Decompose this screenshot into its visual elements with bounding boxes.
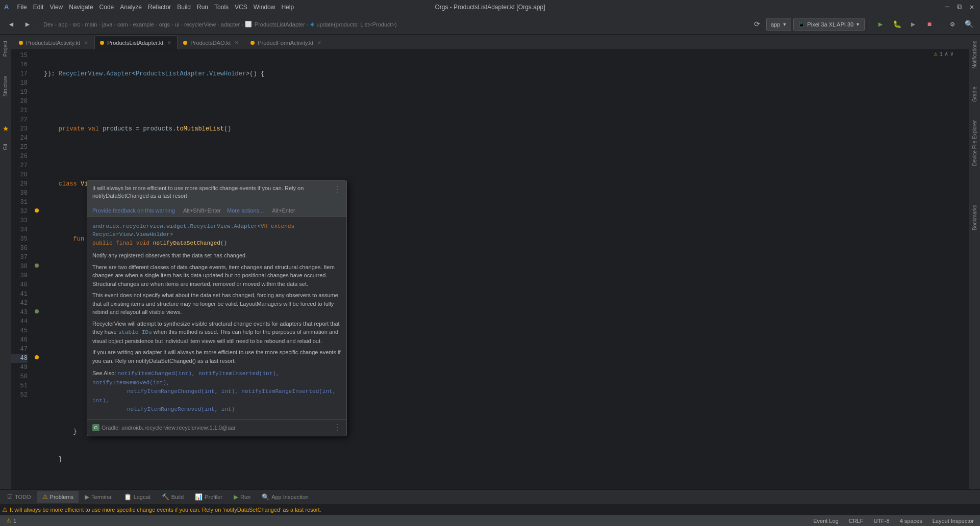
bc-orgs[interactable]: orgs: [159, 21, 170, 28]
tab-products-list-adapter[interactable]: ProductsListAdapter.kt ×: [94, 35, 178, 49]
profiler-tab[interactable]: 📊 Profiler: [190, 491, 228, 503]
git-panel-tab[interactable]: Git: [3, 140, 8, 154]
terminal-tab[interactable]: ▶ Terminal: [80, 491, 118, 503]
app-inspection-tab[interactable]: 🔍 App Inspection: [257, 491, 314, 503]
tooltip-see-link-1[interactable]: notifyItemChanged(int), notifyItemInsert…: [92, 371, 279, 386]
gutter-15: [32, 50, 42, 59]
maximize-button[interactable]: ⧉: [956, 3, 964, 11]
tab-close-dao[interactable]: ×: [234, 39, 239, 46]
debug-button[interactable]: 🐛: [890, 17, 904, 32]
gutter-26: [32, 151, 42, 160]
tab-products-list-activity[interactable]: ProductsListActivity.kt ×: [13, 35, 94, 49]
sync-button[interactable]: ⟳: [750, 17, 764, 32]
close-button[interactable]: ✕: [968, 3, 976, 11]
status-warning-badge[interactable]: ⚠ 1: [4, 515, 18, 527]
notifications-tab[interactable]: Notifications: [972, 37, 977, 72]
bc-adapter[interactable]: adapter: [221, 21, 240, 28]
bc-java[interactable]: java: [102, 21, 112, 28]
gutter-37: [32, 252, 42, 261]
window-controls: ─ ⧉ ✕: [943, 3, 976, 11]
tooltip-header: It will always be more efficient to use …: [87, 180, 346, 204]
menu-code[interactable]: Code: [99, 4, 114, 11]
bc-app[interactable]: app: [58, 21, 67, 28]
build-tab[interactable]: 🔨 Build: [157, 491, 189, 503]
settings-button[interactable]: ⚙: [945, 17, 960, 32]
status-crlf[interactable]: CRLF: [847, 515, 866, 527]
tooltip-desc-5: If you are writing an adapter it will al…: [92, 348, 341, 365]
gutter-44: [32, 316, 42, 325]
run-button[interactable]: ▶: [873, 17, 888, 32]
search-button[interactable]: 🔍: [962, 17, 976, 32]
stop-button[interactable]: ■: [922, 17, 937, 32]
toolbar-breadcrumb: Dev › app › src › main › java › com › ex…: [43, 21, 397, 28]
back-button[interactable]: ◀: [4, 17, 18, 32]
gutter-35: [32, 233, 42, 243]
menu-help[interactable]: Help: [281, 4, 294, 11]
gutter-34: [32, 224, 42, 233]
menu-file[interactable]: File: [17, 4, 27, 11]
tooltip-signature: androidx.recyclerview.widget.RecyclerVie…: [92, 222, 341, 248]
favorites-panel-tab[interactable]: ★: [2, 122, 10, 135]
device-target-dropdown[interactable]: 📱 Pixel 3a XL API 30 ▼: [793, 18, 865, 31]
device-file-explorer-tab[interactable]: Device File Explorer: [972, 116, 977, 170]
tooltip-see-link-3[interactable]: notifyItemRangeRemoved(int, int): [127, 406, 235, 412]
gradle-tab[interactable]: Gradle: [972, 83, 977, 106]
menu-refactor[interactable]: Refactor: [148, 4, 171, 11]
structure-panel-tab[interactable]: Structure: [3, 72, 8, 101]
tab-close-activity[interactable]: ×: [83, 39, 89, 46]
tab-close-adapter[interactable]: ×: [166, 39, 172, 46]
menu-run[interactable]: Run: [197, 4, 208, 11]
bc-main[interactable]: main: [85, 21, 97, 28]
run-tab[interactable]: ▶ Run: [229, 491, 256, 503]
menu-build[interactable]: Build: [177, 4, 191, 11]
menu-navigate[interactable]: Navigate: [69, 4, 93, 11]
menu-vcs[interactable]: VCS: [235, 4, 247, 11]
tooltip-see-link-2[interactable]: notifyItemRangeChanged(int, int), notify…: [92, 388, 336, 404]
tab-icon-dao: [183, 41, 187, 45]
forward-button[interactable]: ▶: [20, 17, 35, 32]
bc-dev[interactable]: Dev: [43, 21, 54, 28]
todo-tab[interactable]: ☑ TODO: [2, 491, 36, 503]
project-panel-tab[interactable]: Project: [3, 37, 8, 61]
tab-products-dao[interactable]: ProductsDAO.kt ×: [178, 35, 245, 49]
status-left: ⚠ 1: [4, 515, 18, 527]
app-target-dropdown[interactable]: app ▼: [766, 18, 791, 31]
menu-edit[interactable]: Edit: [33, 4, 44, 11]
menu-window[interactable]: Window: [254, 4, 275, 11]
problems-tab[interactable]: ⚠ Problems: [37, 491, 79, 503]
status-encoding[interactable]: UTF-8: [871, 515, 891, 527]
bc-ui[interactable]: ui: [175, 21, 180, 28]
tab-close-form[interactable]: ×: [316, 39, 322, 46]
app-inspection-icon: 🔍: [262, 493, 269, 501]
status-warning-count: 1: [13, 518, 16, 524]
bc-classname[interactable]: ProductsListAdapter: [255, 21, 305, 28]
run-coverage-button[interactable]: ▶: [906, 17, 920, 32]
tooltip-footer-more[interactable]: ⋮: [333, 423, 341, 433]
bc-example[interactable]: example: [133, 21, 154, 28]
tab-product-form-activity[interactable]: ProductFormActivity.kt ×: [245, 35, 328, 49]
gutter-32: [32, 206, 42, 215]
gutter-31: [32, 197, 42, 206]
logcat-tab[interactable]: 📋 Logcat: [119, 491, 156, 503]
bookmarks-tab[interactable]: Bookmarks: [972, 201, 977, 234]
gutter-29: [32, 178, 42, 188]
menu-analyze[interactable]: Analyze: [120, 4, 142, 11]
bc-src[interactable]: src: [72, 21, 80, 28]
tooltip-more-actions-link[interactable]: More actions...: [227, 207, 264, 214]
toolbar-sep-2: [869, 19, 869, 30]
tooltip-sig-viewholder: RecyclerView.ViewHolder: [92, 231, 170, 238]
menu-view[interactable]: View: [49, 4, 63, 11]
bc-recyclerview[interactable]: recyclerView: [184, 21, 216, 28]
menu-tools[interactable]: Tools: [214, 4, 229, 11]
status-event-log[interactable]: Event Log: [811, 515, 841, 527]
bc-method-icon: ◈: [310, 21, 314, 28]
status-indent[interactable]: 4 spaces: [898, 515, 924, 527]
bc-com[interactable]: com: [117, 21, 128, 28]
minimize-button[interactable]: ─: [943, 3, 951, 11]
bc-method[interactable]: update(products: List<Product>): [317, 21, 397, 28]
gutter-49: [32, 362, 42, 371]
status-layout-inspector[interactable]: Layout Inspector: [931, 515, 976, 527]
gutter-45: [32, 325, 42, 334]
tooltip-more-icon[interactable]: ⋮: [333, 185, 341, 195]
tooltip-feedback-link[interactable]: Provide feedback on this warning: [92, 207, 175, 214]
